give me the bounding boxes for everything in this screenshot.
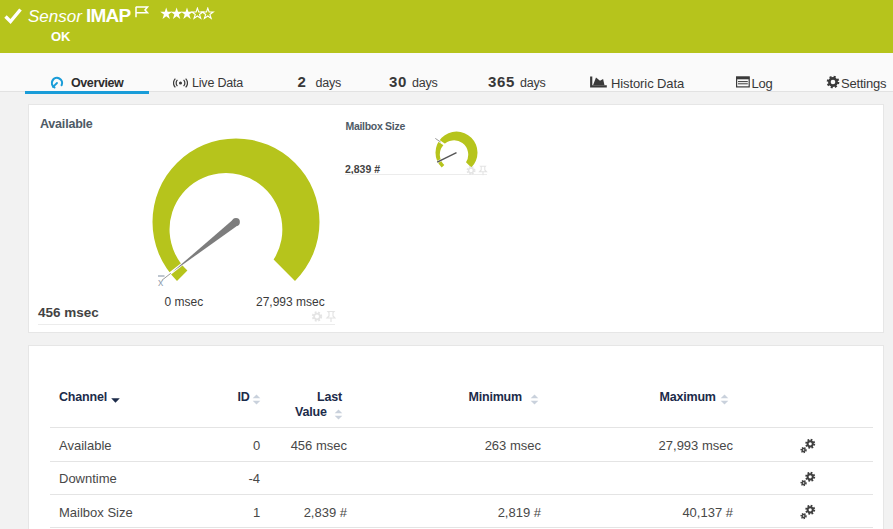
svg-text:x: x [158, 276, 164, 288]
